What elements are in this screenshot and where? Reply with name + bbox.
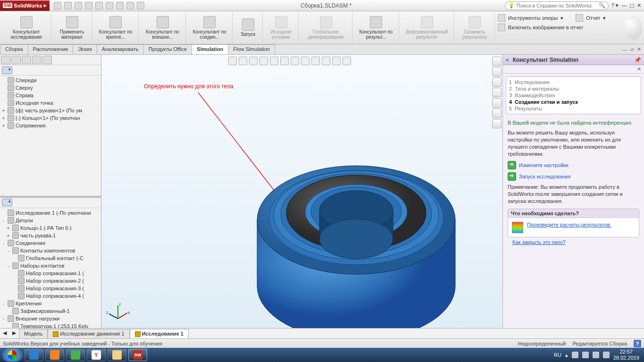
tree-node[interactable]: Набор соприкасания-2 ( xyxy=(0,277,101,285)
rb-apply-material[interactable]: Применить материал xyxy=(52,12,92,43)
include-image-icon[interactable] xyxy=(498,24,505,31)
plot-tools-icon[interactable] xyxy=(498,14,505,22)
fm-tab-config-icon[interactable] xyxy=(22,56,31,64)
fm-tab-prop-icon[interactable] xyxy=(11,56,21,64)
view-triad[interactable]: x y z xyxy=(106,300,130,323)
tree-node[interactable]: Справа xyxy=(0,92,101,99)
minimize-icon[interactable]: — xyxy=(621,2,627,8)
rebuild-icon[interactable] xyxy=(116,2,124,9)
open-icon[interactable] xyxy=(64,2,72,9)
filter-button-2[interactable] xyxy=(2,199,12,206)
help-dropdown-icon[interactable]: ? ▾ xyxy=(611,2,619,8)
close-icon[interactable]: ✕ xyxy=(637,2,641,8)
graphics-viewport[interactable]: Определить нужно для этого тела xyxy=(101,55,502,328)
fm-tab-dim-icon[interactable] xyxy=(32,56,42,64)
how-to-close-link[interactable]: Как закрыть это окно? xyxy=(512,239,566,245)
tree-node[interactable]: -Контакты компонентов xyxy=(0,247,101,254)
undo-icon[interactable] xyxy=(95,2,103,9)
rb-run[interactable]: Запуск xyxy=(234,12,263,43)
tree-node[interactable]: -Внешние нагрузки xyxy=(0,315,101,322)
calc-results-link[interactable]: Произведите расчеты результатов. xyxy=(527,222,611,227)
doc-restore-icon[interactable]: ▱ xyxy=(630,46,634,52)
fm-tab-tree-icon[interactable] xyxy=(1,56,10,64)
options-icon[interactable] xyxy=(126,2,134,9)
rb-connection-advisor[interactable]: Консультант по соедин... xyxy=(187,12,233,43)
view-orient-icon[interactable] xyxy=(270,57,278,65)
tray-expand-icon[interactable]: ▴ xyxy=(565,352,568,358)
view-settings-icon[interactable] xyxy=(322,57,330,65)
tree-node[interactable]: -Соединения xyxy=(0,239,101,247)
display-style-icon[interactable] xyxy=(280,57,289,65)
prev-view-icon[interactable] xyxy=(249,57,258,65)
study-tree[interactable]: Исследование 1 (-По умолчани-Детали+Коль… xyxy=(0,208,101,328)
new-icon[interactable] xyxy=(54,2,61,9)
zoom-area-icon[interactable] xyxy=(239,57,247,65)
volume-icon[interactable] xyxy=(603,352,610,358)
tb-wmp[interactable] xyxy=(45,349,64,361)
report-icon[interactable] xyxy=(576,14,583,22)
tb-explorer[interactable] xyxy=(108,349,126,361)
tp-appear-icon[interactable] xyxy=(492,98,502,108)
fm-tab-disp-icon[interactable] xyxy=(42,56,52,64)
tree-node[interactable]: -Крепления xyxy=(0,300,101,307)
maximize-icon[interactable]: ▢ xyxy=(629,2,634,8)
tab-analyze[interactable]: Анализировать xyxy=(97,44,144,54)
rb-study-advisor[interactable]: Консультант исследования xyxy=(2,12,51,43)
tp-sim-icon[interactable] xyxy=(492,119,502,128)
hide-show-icon[interactable] xyxy=(291,57,299,65)
bbox-icon[interactable] xyxy=(332,57,341,65)
search-input[interactable] xyxy=(517,3,597,8)
tree-node[interactable]: Температура-1 (:253.15 Kelv xyxy=(0,322,101,328)
tree-node[interactable]: +(ф) часть рукава<1> (По ум xyxy=(0,107,101,114)
tab-assembly[interactable]: Сборка xyxy=(0,44,28,54)
tree-node[interactable]: Набор соприкасания-4 ( xyxy=(0,292,101,300)
rb-results-advisor[interactable]: Консультант по результ... xyxy=(353,12,399,43)
status-help-icon[interactable]: ? xyxy=(634,340,641,347)
btab-study1[interactable]: Исследование 1 xyxy=(130,329,189,338)
filter-button[interactable] xyxy=(2,67,12,74)
advisor-step-3[interactable]: 3Взаимодействия xyxy=(509,92,638,99)
tb-yandex[interactable]: Y xyxy=(87,349,106,361)
action-change-settings[interactable]: Измените настройки xyxy=(508,161,639,169)
plot-tools-label[interactable]: Инструменты эпюры xyxy=(508,15,558,21)
appearance-icon[interactable] xyxy=(311,57,320,65)
tp-prop-icon[interactable] xyxy=(492,109,502,118)
render-icon[interactable] xyxy=(343,57,351,65)
tree-node[interactable]: -Детали xyxy=(0,217,101,224)
tab-layout[interactable]: Расположение xyxy=(28,44,74,54)
section-icon[interactable] xyxy=(259,57,268,65)
tree-node[interactable]: Спереди xyxy=(0,76,101,84)
clock[interactable]: 22:5728.02.2019 xyxy=(613,349,639,361)
tree-node[interactable]: Глобальный контакт (-С xyxy=(0,254,101,262)
rb-fixture-advisor[interactable]: Консультант по крепле... xyxy=(93,12,138,43)
tree-node[interactable]: +часть рукава-1 xyxy=(0,232,101,239)
tree-node[interactable]: Набор соприкасания-3 ( xyxy=(0,285,101,292)
lang-indicator[interactable]: RU xyxy=(554,352,561,358)
advisor-step-5[interactable]: 5Результаты xyxy=(509,105,638,112)
tb-ie[interactable] xyxy=(25,349,43,361)
help-icon[interactable] xyxy=(137,2,144,9)
report-label[interactable]: Отчет xyxy=(586,15,600,21)
doc-minimize-icon[interactable]: — xyxy=(622,47,627,52)
help-search[interactable]: 💡 🔍 xyxy=(505,1,609,10)
advisor-step-1[interactable]: 1Исследование xyxy=(509,79,638,85)
save-icon[interactable] xyxy=(75,2,82,9)
advisor-step-2[interactable]: 2Тела и материалы xyxy=(509,85,638,92)
tree-node[interactable]: -Наборы контактов xyxy=(0,262,101,269)
advisor-step-4[interactable]: 4Создание сетки и запуск xyxy=(509,99,638,105)
tb-utorrent[interactable] xyxy=(66,349,85,361)
tp-lib-icon[interactable] xyxy=(492,67,502,76)
print-icon[interactable] xyxy=(85,2,92,9)
start-button[interactable] xyxy=(2,348,23,362)
tp-explorer-icon[interactable] xyxy=(492,77,502,87)
search-icon[interactable]: 🔍 xyxy=(599,2,605,8)
tray-icon-1[interactable] xyxy=(572,352,578,358)
action-run-study[interactable]: Запуск исследования xyxy=(508,172,639,181)
scene-icon[interactable] xyxy=(301,57,309,65)
tree-node[interactable]: Зафиксированный-1 xyxy=(0,307,101,315)
btab-model[interactable]: Модель xyxy=(19,329,48,338)
doc-close-icon[interactable]: ✕ xyxy=(637,46,641,52)
rb-load-advisor[interactable]: Консультант по внешни... xyxy=(140,12,186,43)
tree-node[interactable]: +(-) Кольцо<1> (По умолчан xyxy=(0,114,101,122)
btab-motion[interactable]: Исследование движения 1 xyxy=(48,329,129,338)
